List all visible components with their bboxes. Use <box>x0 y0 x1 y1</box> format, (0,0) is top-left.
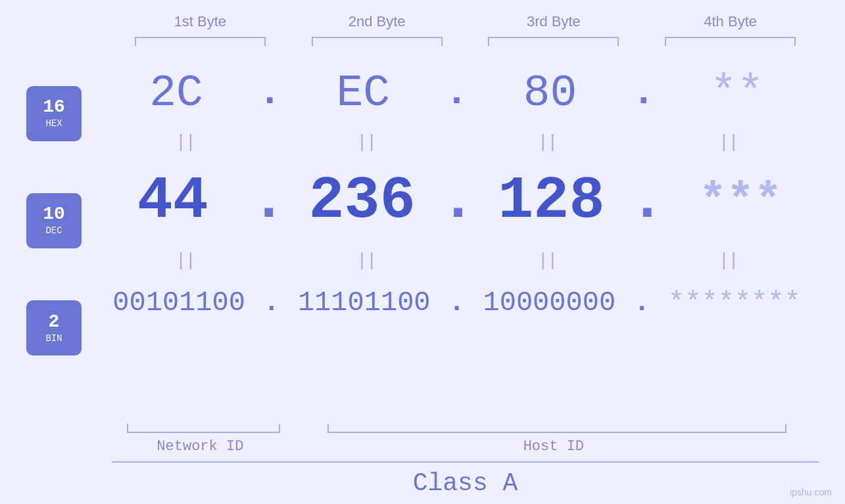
hex-row: 2C . EC . 80 . ** <box>95 60 819 126</box>
badges-column: 16 HEX 10 DEC 2 BIN <box>26 73 82 369</box>
dec-cell-2: 236 <box>284 168 441 235</box>
values-grid: 2C . EC . 80 . ** <box>95 60 819 329</box>
bin-cell-2: 11101100 <box>280 287 448 319</box>
dec-badge: 10 DEC <box>26 193 82 248</box>
bin-value-1: 00101100 <box>112 287 245 319</box>
bin-dot-symbol-1: . <box>263 287 279 319</box>
dec-dot-symbol-2: . <box>441 168 476 235</box>
class-bracket-line <box>112 461 819 463</box>
bin-cell-3: 10000000 <box>465 287 633 319</box>
hex-cell-2: EC <box>281 68 445 118</box>
eq-4: || <box>638 132 819 152</box>
bin-badge-label: BIN <box>45 333 62 344</box>
eq-3: || <box>457 132 638 152</box>
dec-dot-2: . <box>441 172 473 231</box>
bin-badge-number: 2 <box>49 313 60 331</box>
hex-value-2: EC <box>337 68 391 118</box>
hex-cell-3: 80 <box>469 68 632 118</box>
hex-value-3: 80 <box>523 68 577 118</box>
hex-dot-2: . <box>445 73 468 112</box>
dec-dot-1: . <box>251 172 284 231</box>
network-id-label: Network ID <box>112 438 289 455</box>
dec-dot-symbol-1: . <box>251 168 287 235</box>
watermark: ipshu.com <box>790 487 832 497</box>
bin-row: 00101100 . 11101100 . 10000000 . <box>95 277 819 329</box>
dec-cell-3: 128 <box>473 168 630 235</box>
dec-value-1: 44 <box>137 168 208 235</box>
header-row: 1st Byte 2nd Byte 3rd Byte 4th Byte <box>26 13 819 30</box>
bin-dot-3: . <box>633 289 650 317</box>
sep-row-1: || || || || <box>95 126 819 158</box>
bracket-4 <box>648 37 812 50</box>
byte-label-2: 2nd Byte <box>289 13 466 30</box>
bin-cell-1: 00101100 <box>95 287 263 319</box>
bracket-1 <box>118 37 282 50</box>
main-container: 1st Byte 2nd Byte 3rd Byte 4th Byte <box>0 0 845 504</box>
hex-badge: 16 HEX <box>26 86 82 141</box>
dec-badge-label: DEC <box>45 225 62 236</box>
bin-dot-symbol-3: . <box>633 287 650 319</box>
network-bracket <box>118 420 289 433</box>
hex-value-4: ** <box>710 68 764 118</box>
eq-6: || <box>276 250 456 271</box>
sep-row-2: || || || || <box>95 244 819 277</box>
eq-2: || <box>276 132 456 152</box>
bracket-2 <box>295 37 459 50</box>
bin-dot-symbol-2: . <box>448 287 465 319</box>
dec-cell-4: *** <box>662 175 819 227</box>
dec-value-2: 236 <box>309 168 416 235</box>
hex-cell-1: 2C <box>95 68 258 118</box>
top-brackets <box>26 37 819 50</box>
bin-dot-1: . <box>263 289 279 317</box>
hex-dot-1: . <box>258 73 281 112</box>
class-label: Class A <box>112 469 819 497</box>
bin-value-4: ******** <box>668 287 801 319</box>
hex-dot-symbol-1: . <box>258 70 281 115</box>
dec-badge-number: 10 <box>43 205 65 223</box>
bottom-section: Network ID Host ID <box>26 420 819 455</box>
hex-cell-4: ** <box>656 68 819 118</box>
hex-badge-number: 16 <box>43 98 65 116</box>
dec-cell-1: 44 <box>95 168 251 235</box>
class-section: Class A <box>26 461 819 497</box>
bin-value-3: 10000000 <box>483 287 616 319</box>
byte-label-4: 4th Byte <box>642 13 819 30</box>
content-area: 16 HEX 10 DEC 2 BIN 2C . <box>26 60 819 417</box>
bin-value-2: 11101100 <box>298 287 431 319</box>
bin-cell-4: ******** <box>650 287 819 319</box>
eq-7: || <box>457 250 638 271</box>
dec-value-3: 128 <box>498 168 604 235</box>
dec-dot-3: . <box>629 172 662 231</box>
hex-dot-3: . <box>632 73 656 112</box>
hex-dot-symbol-3: . <box>632 70 656 115</box>
byte-label-1: 1st Byte <box>112 13 289 30</box>
dec-value-4: *** <box>699 175 782 227</box>
bin-badge: 2 BIN <box>26 300 82 355</box>
host-id-label: Host ID <box>289 438 819 455</box>
eq-5: || <box>95 250 276 271</box>
hex-badge-label: HEX <box>45 118 62 129</box>
hex-dot-symbol-2: . <box>445 70 468 115</box>
hex-value-1: 2C <box>149 68 203 118</box>
bin-dot-2: . <box>448 289 465 317</box>
host-bracket <box>302 420 812 433</box>
bracket-3 <box>472 37 636 50</box>
byte-label-3: 3rd Byte <box>466 13 642 30</box>
dec-row: 44 . 236 . 128 . *** <box>95 158 819 244</box>
eq-8: || <box>638 250 819 271</box>
bottom-labels: Network ID Host ID <box>112 438 819 455</box>
dec-dot-symbol-3: . <box>629 168 665 235</box>
bottom-brackets <box>112 420 819 433</box>
eq-1: || <box>95 132 276 152</box>
